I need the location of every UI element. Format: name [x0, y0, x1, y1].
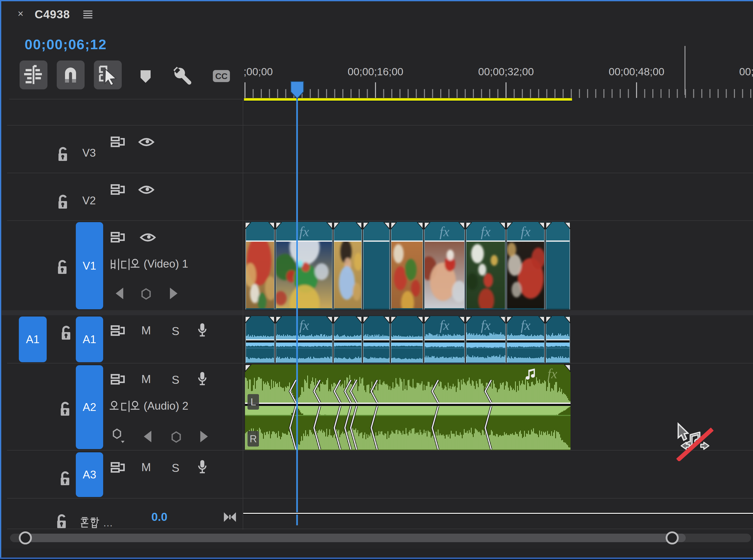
video-clip[interactable]: [546, 222, 570, 309]
solo-toggle[interactable]: S: [172, 373, 180, 386]
linked-selection-button[interactable]: [94, 60, 122, 89]
audio-clip[interactable]: [245, 316, 274, 363]
video-clip-footer: [276, 308, 332, 309]
audio-clip[interactable]: fx: [424, 316, 465, 363]
solo-toggle[interactable]: S: [172, 461, 180, 475]
video-clip[interactable]: [333, 222, 362, 309]
audio-waveform: [363, 316, 389, 363]
track-targeting-icon[interactable]: [110, 183, 125, 196]
audio-clip[interactable]: [546, 316, 570, 363]
fx-badge: fx: [299, 224, 309, 239]
video-clip[interactable]: fx: [466, 222, 506, 309]
track-targeting-icon[interactable]: [110, 461, 125, 474]
master-volume-value[interactable]: 0.0: [151, 510, 167, 524]
track-output-eye-icon[interactable]: [138, 137, 155, 147]
video-clip-footer: [546, 308, 570, 309]
track-targeting-icon[interactable]: [110, 324, 125, 337]
element: A1: [83, 333, 96, 346]
track-targeting-icon[interactable]: [110, 136, 125, 148]
video-clip[interactable]: fx: [276, 222, 332, 309]
voiceover-record-icon[interactable]: [197, 372, 207, 386]
master-track-label[interactable]: …: [80, 517, 113, 528]
track-lock-icon[interactable]: [57, 146, 70, 162]
music-clip[interactable]: LR fx: [245, 364, 571, 450]
video-audio-splitter[interactable]: [1, 310, 753, 315]
source-patch-a1[interactable]: A1: [19, 317, 47, 362]
track-target-a3[interactable]: A3: [76, 452, 103, 497]
timeline-display-settings-button[interactable]: [172, 66, 194, 86]
track-targeting-icon[interactable]: [110, 373, 125, 385]
mute-toggle[interactable]: M: [141, 372, 151, 386]
playhead-line[interactable]: [297, 98, 298, 525]
audio-clip[interactable]: [391, 316, 423, 363]
master-keyframe-toggle-icon[interactable]: [223, 512, 237, 522]
track-lock-icon[interactable]: [59, 401, 72, 417]
zoom-scrollbar-thumb[interactable]: [19, 534, 686, 542]
master-volume-line[interactable]: [243, 513, 753, 514]
keyframe-add-icon[interactable]: [171, 431, 182, 443]
audio-clip[interactable]: fx: [276, 316, 332, 363]
nest-toggle-button[interactable]: [20, 60, 47, 89]
track-label-v3[interactable]: V3: [82, 146, 96, 159]
video-clip-header: [546, 222, 570, 240]
video-clip-header-line: [546, 240, 570, 242]
audio-clip[interactable]: [363, 316, 390, 363]
voiceover-record-icon[interactable]: [197, 323, 207, 337]
fx-badge: fx: [481, 318, 491, 333]
track-target-a1[interactable]: A1: [76, 317, 103, 362]
video-clip[interactable]: [363, 222, 390, 309]
fx-badge: fx: [547, 366, 557, 382]
linked-selection-icon: [94, 60, 122, 89]
keyframe-prev-icon[interactable]: [143, 430, 153, 443]
voiceover-record-icon[interactable]: [197, 460, 207, 474]
video-thumbnail: [466, 242, 505, 308]
header-content-divider[interactable]: [243, 100, 243, 529]
zoom-handle-right[interactable]: [666, 532, 679, 544]
video-clip-header: [391, 222, 423, 240]
track-target-v1[interactable]: V1: [76, 222, 103, 309]
captions-button[interactable]: CC: [212, 69, 230, 83]
audio-clip[interactable]: fx: [507, 316, 545, 363]
mute-toggle[interactable]: M: [141, 323, 151, 337]
video-clip[interactable]: fx: [424, 222, 465, 309]
video-clip[interactable]: fx: [507, 222, 545, 309]
video-clip-footer: [466, 308, 505, 309]
keyframe-next-icon[interactable]: [168, 287, 179, 300]
mute-toggle[interactable]: M: [141, 460, 151, 474]
panel-close-icon[interactable]: ×: [16, 9, 25, 18]
magnet-icon: [57, 60, 85, 89]
current-timecode[interactable]: 00;00;06;12: [25, 36, 107, 53]
element: A1: [26, 333, 40, 346]
track-label-a2[interactable]: (Audio) 2: [110, 400, 194, 413]
track-label-v1[interactable]: (Video) 1: [110, 258, 194, 271]
video-clip[interactable]: [245, 222, 274, 309]
add-marker-button[interactable]: [140, 69, 151, 84]
video-clip[interactable]: [391, 222, 423, 309]
track-targeting-icon[interactable]: [110, 231, 125, 243]
fx-badge: fx: [299, 318, 309, 333]
timeline-panel: × C4938 00;00;06;12: [0, 0, 753, 560]
playhead-head[interactable]: [290, 81, 304, 99]
track-lock-icon[interactable]: [59, 471, 72, 486]
keyframe-next-icon[interactable]: [199, 430, 209, 443]
keyframe-add-icon[interactable]: [141, 288, 151, 300]
track-lock-icon[interactable]: [55, 514, 69, 529]
audio-clip[interactable]: [333, 316, 362, 363]
ruler-scale[interactable]: 00;00;00;0000;00;16;0000;00;32;0000;00;4…: [243, 63, 753, 100]
tab-title[interactable]: C4938: [35, 7, 70, 21]
track-output-eye-icon[interactable]: [140, 232, 156, 243]
snap-button[interactable]: [57, 60, 85, 89]
track-lock-icon[interactable]: [60, 325, 73, 341]
solo-toggle[interactable]: S: [172, 324, 180, 338]
show-keyframes-menu-icon[interactable]: [113, 428, 126, 444]
keyframe-prev-icon[interactable]: [115, 287, 125, 300]
track-row-separator: [7, 220, 753, 221]
track-target-a2[interactable]: A2: [76, 365, 103, 449]
zoom-handle-left[interactable]: [19, 532, 32, 544]
panel-menu-icon[interactable]: [83, 10, 93, 19]
track-output-eye-icon[interactable]: [138, 184, 155, 195]
track-lock-icon[interactable]: [57, 194, 70, 209]
track-lock-icon[interactable]: [56, 259, 69, 275]
audio-clip[interactable]: fx: [466, 316, 506, 363]
track-label-v2[interactable]: V2: [82, 194, 96, 207]
